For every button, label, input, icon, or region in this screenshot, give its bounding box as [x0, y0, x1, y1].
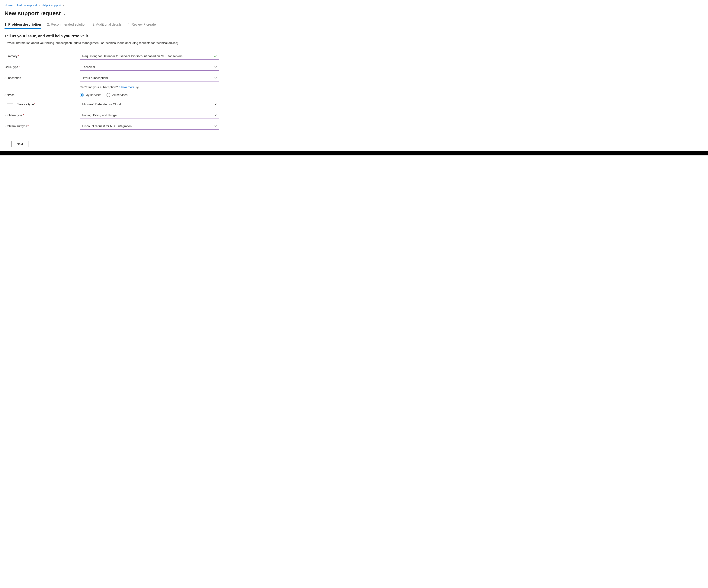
- breadcrumb-help-support-1[interactable]: Help + support: [17, 4, 37, 7]
- radio-all-services-label: All services: [112, 93, 127, 97]
- summary-label: Summary*: [4, 55, 80, 58]
- show-more-link[interactable]: Show more: [119, 86, 135, 89]
- service-type-label: Service type*: [4, 103, 80, 106]
- subscription-select[interactable]: <Your subscription>: [80, 75, 219, 82]
- breadcrumb-help-support-2[interactable]: Help + support: [41, 4, 61, 7]
- issue-type-select[interactable]: Technical: [80, 64, 219, 70]
- breadcrumb: Home › Help + support › Help + support ›: [4, 4, 704, 7]
- subscription-helper: Can't find your subscription? Show more: [80, 86, 139, 89]
- radio-my-services[interactable]: My services: [80, 93, 101, 97]
- chevron-right-icon: ›: [39, 4, 40, 7]
- problem-type-select[interactable]: Pricing, Billing and Usage: [80, 112, 219, 119]
- chevron-right-icon: ›: [63, 4, 64, 7]
- radio-all-services[interactable]: All services: [107, 93, 127, 97]
- footer-divider: [0, 137, 708, 137]
- more-icon[interactable]: ···: [64, 10, 68, 17]
- info-icon[interactable]: [136, 86, 139, 89]
- chevron-right-icon: ›: [14, 4, 16, 7]
- service-type-select[interactable]: Microsoft Defender for Cloud: [80, 101, 219, 108]
- svg-point-1: [138, 87, 138, 87]
- page-title: New support request: [4, 10, 61, 17]
- breadcrumb-home[interactable]: Home: [4, 4, 12, 7]
- tab-review-create[interactable]: 4. Review + create: [128, 23, 156, 29]
- issue-type-label: Issue type*: [4, 65, 80, 69]
- section-description: Provide information about your billing, …: [4, 41, 215, 45]
- tab-additional-details[interactable]: 3. Additional details: [92, 23, 122, 29]
- problem-type-label: Problem type*: [4, 114, 80, 117]
- tab-problem-description[interactable]: 1. Problem description: [4, 23, 41, 29]
- summary-input[interactable]: Requesting for Defender for servers P2 d…: [80, 53, 219, 60]
- service-label: Service: [4, 93, 80, 97]
- radio-my-services-label: My services: [85, 93, 101, 97]
- section-heading: Tell us your issue, and we'll help you r…: [4, 34, 704, 38]
- next-button[interactable]: Next: [11, 141, 28, 147]
- subscription-label: Subscription*: [4, 76, 80, 80]
- bottom-bar: [0, 151, 708, 155]
- wizard-tabs: 1. Problem description 2. Recommended so…: [4, 23, 704, 29]
- problem-subtype-select[interactable]: Discount request for MDE integration: [80, 123, 219, 130]
- problem-subtype-label: Problem subtype*: [4, 125, 80, 128]
- tab-recommended-solution[interactable]: 2. Recommended solution: [47, 23, 86, 29]
